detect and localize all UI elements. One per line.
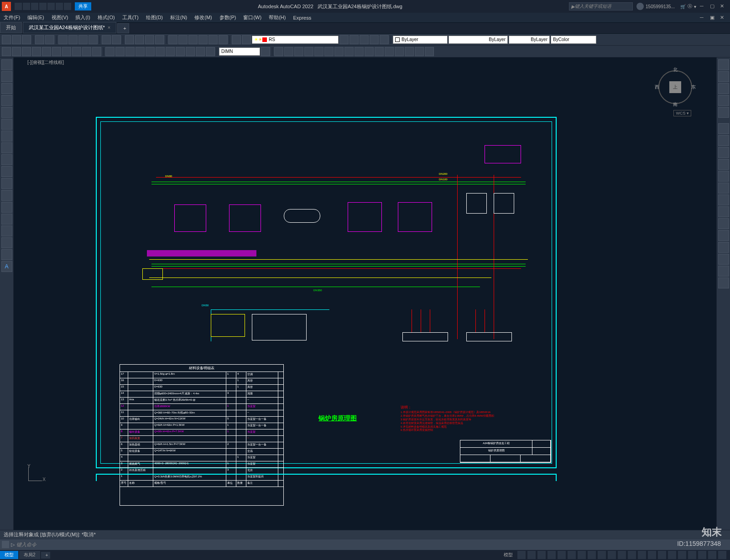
menu-express[interactable]: Express	[289, 15, 315, 21]
menu-format[interactable]: 格式(O)	[94, 14, 119, 21]
menu-file[interactable]: 文件(F)	[0, 14, 24, 21]
nav-orbit-icon[interactable]	[718, 95, 729, 106]
polygon-tool-icon[interactable]	[1, 95, 12, 106]
pline-icon[interactable]	[12, 47, 21, 56]
polar-toggle-icon[interactable]	[548, 551, 556, 559]
dim-angular-icon[interactable]	[146, 47, 155, 56]
nav-pan-icon[interactable]	[718, 71, 729, 82]
region-tool-icon[interactable]	[1, 237, 12, 248]
center-mark-icon[interactable]	[196, 47, 205, 56]
calc-icon[interactable]	[219, 35, 228, 44]
linetype-dropdown[interactable]: ByLayer	[448, 36, 508, 44]
tab-close-icon[interactable]: ×	[108, 25, 110, 30]
rect-icon[interactable]	[42, 47, 51, 56]
match-icon[interactable]	[89, 35, 98, 44]
help-search-input[interactable]: ▶ 键入关键字或短语	[569, 2, 633, 10]
trim-icon[interactable]	[365, 47, 374, 56]
zoom-icon[interactable]	[135, 35, 144, 44]
osnap-toggle-icon[interactable]	[568, 551, 576, 559]
dyn-toggle-icon[interactable]	[598, 551, 606, 559]
tab-new-button[interactable]: +	[117, 23, 129, 33]
nav-wheel-icon[interactable]	[718, 59, 729, 70]
isodraft-toggle-icon[interactable]	[558, 551, 566, 559]
menu-modify[interactable]: 修改(M)	[191, 14, 216, 21]
line-icon[interactable]	[2, 47, 11, 56]
redo-icon[interactable]	[112, 35, 121, 44]
units-icon[interactable]	[648, 551, 656, 559]
undo-icon[interactable]	[102, 35, 111, 44]
ellipse-tool-icon[interactable]	[1, 166, 12, 177]
workspace-icon[interactable]	[668, 551, 676, 559]
tolerance-icon[interactable]	[186, 47, 195, 56]
layer-state-icon[interactable]	[242, 35, 251, 44]
modify-erase-icon[interactable]	[718, 123, 729, 134]
modify-explode-icon[interactable]	[718, 277, 729, 288]
dim-radius-icon[interactable]	[125, 47, 135, 56]
close-button[interactable]: ✕	[720, 3, 726, 10]
hatch-icon[interactable]	[72, 47, 81, 56]
zoom-prev-icon[interactable]	[155, 35, 164, 44]
view-cube[interactable]: 上 北 南 东 西	[655, 67, 696, 108]
nav-zoom-icon[interactable]	[718, 83, 729, 94]
layer-off-icon[interactable]	[360, 35, 369, 44]
qat-undo-icon[interactable]	[56, 3, 63, 10]
break-icon[interactable]	[385, 47, 394, 56]
menu-view[interactable]: 视图(V)	[48, 14, 72, 21]
cleanscreen-icon[interactable]	[708, 551, 716, 559]
pan-icon[interactable]	[125, 35, 134, 44]
open-icon[interactable]	[12, 35, 21, 44]
paste-icon[interactable]	[78, 35, 88, 44]
command-input[interactable]: ▷ 键入命令	[0, 539, 730, 550]
properties-icon[interactable]	[168, 35, 177, 44]
markup-icon[interactable]	[209, 35, 218, 44]
viewcube-top-face[interactable]: 上	[669, 81, 681, 93]
qat-save-icon[interactable]	[31, 3, 38, 10]
mtext-tool-icon[interactable]: A	[1, 261, 12, 272]
designcenter-icon[interactable]	[178, 35, 188, 44]
menu-window[interactable]: 窗口(W)	[240, 14, 265, 21]
layer-dropdown[interactable]: ☀☀ RS	[252, 36, 339, 44]
nav-showmotion-icon[interactable]	[718, 107, 729, 118]
spline-tool-icon[interactable]	[1, 154, 12, 165]
ellipse-icon[interactable]	[62, 47, 71, 56]
user-info[interactable]: 1505999135... 🛒 Ⓐ ▾	[636, 3, 696, 10]
annomonitor-icon[interactable]	[638, 551, 646, 559]
modify-copy-icon[interactable]	[718, 135, 729, 146]
doc-close-button[interactable]: ✕	[720, 15, 726, 21]
stretch-icon[interactable]	[355, 47, 364, 56]
menu-param[interactable]: 参数(P)	[216, 14, 240, 21]
tool-palette-icon[interactable]	[188, 35, 198, 44]
array-icon[interactable]	[314, 47, 323, 56]
modify-scale-icon[interactable]	[718, 206, 729, 217]
spline-icon[interactable]	[52, 47, 61, 56]
modify-move-icon[interactable]	[718, 183, 729, 194]
command-line[interactable]: 选择注释对象或 [放弃(U)/模式(M)]: *取消* ▷ 键入命令	[0, 530, 730, 550]
tab-start[interactable]: 开始	[0, 22, 22, 33]
point-icon[interactable]	[92, 47, 101, 56]
layer-prop-icon[interactable]	[232, 35, 241, 44]
modify-stretch-icon[interactable]	[718, 218, 729, 229]
table-tool-icon[interactable]	[1, 249, 12, 260]
arc-icon[interactable]	[32, 47, 41, 56]
layer-iso-icon[interactable]	[349, 35, 359, 44]
quickprop-icon[interactable]	[658, 551, 666, 559]
lineweight-dropdown[interactable]: ByLayer	[509, 36, 550, 44]
line-tool-icon[interactable]	[1, 59, 12, 70]
menu-help[interactable]: 帮助(H)	[265, 14, 289, 21]
join-icon[interactable]	[395, 47, 404, 56]
modify-trim-icon[interactable]	[718, 230, 729, 241]
doc-restore-button[interactable]: ▣	[710, 15, 716, 21]
hatch-tool-icon[interactable]	[1, 214, 12, 225]
modify-offset-icon[interactable]	[718, 159, 729, 170]
cut-icon[interactable]	[58, 35, 68, 44]
modify-rotate-icon[interactable]	[718, 194, 729, 205]
rotate-icon[interactable]	[334, 47, 344, 56]
modify-array-icon[interactable]	[718, 171, 729, 182]
dim-baseline-icon[interactable]	[166, 47, 175, 56]
mirror-icon[interactable]	[294, 47, 303, 56]
viewcube-north[interactable]: 北	[673, 67, 678, 73]
circle-tool-icon[interactable]	[1, 131, 12, 141]
copy-icon[interactable]	[68, 35, 78, 44]
modify-mirror-icon[interactable]	[718, 147, 729, 158]
scale-icon[interactable]	[344, 47, 354, 56]
